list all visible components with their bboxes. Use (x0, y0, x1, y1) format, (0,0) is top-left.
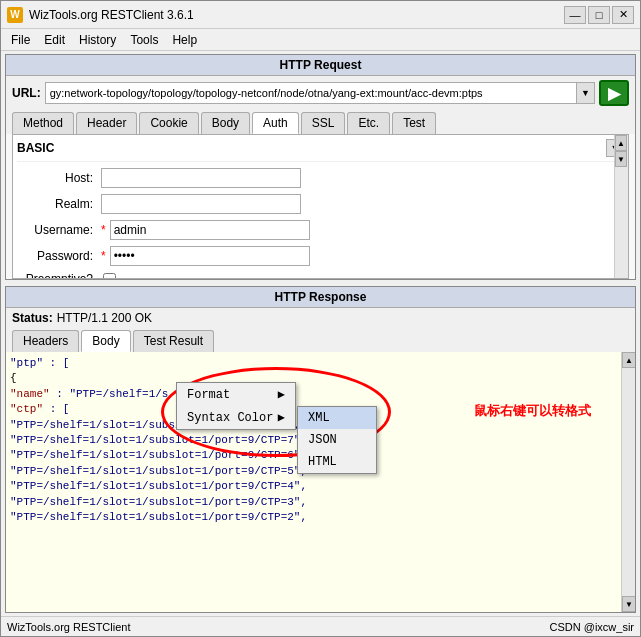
submenu-html[interactable]: HTML (298, 451, 376, 473)
bottom-status-bar: WizTools.org RESTClient CSDN @ixcw_sir (1, 616, 640, 636)
status-left: WizTools.org RESTClient (7, 621, 130, 633)
tab-body[interactable]: Body (201, 112, 250, 134)
submenu-json[interactable]: JSON (298, 429, 376, 451)
response-body-wrapper: "ptp" : [ { "name" : "PTP=/shelf=1/s "ct… (6, 352, 635, 612)
menu-file[interactable]: File (5, 31, 36, 49)
auth-type-bar: BASIC ▼ (17, 139, 624, 162)
realm-row: Realm: (17, 194, 624, 214)
password-row: Password: * (17, 246, 624, 266)
menu-bar: File Edit History Tools Help (1, 29, 640, 51)
submenu-xml[interactable]: XML (298, 407, 376, 429)
tab-test-result[interactable]: Test Result (133, 330, 214, 352)
response-scrollbar[interactable]: ▲ ▼ (621, 352, 635, 612)
annotation-arrow-up: ↑ (603, 51, 614, 53)
context-menu-syntax-color[interactable]: Syntax Color ▶ XML JSON HTML (177, 406, 295, 429)
tab-etc[interactable]: Etc. (347, 112, 390, 134)
status-value: HTTP/1.1 200 OK (57, 311, 152, 325)
window-title: WizTools.org RESTClient 3.6.1 (29, 8, 194, 22)
host-label: Host: (17, 171, 97, 185)
response-tabs-bar: Headers Body Test Result (6, 328, 635, 352)
main-content: HTTP Request URL: ▼ ▶ ↑ Method Header Co… (1, 51, 640, 616)
url-input[interactable] (45, 82, 577, 104)
menu-help[interactable]: Help (166, 31, 203, 49)
request-section-header: HTTP Request (6, 55, 635, 76)
response-section: HTTP Response Status: HTTP/1.1 200 OK He… (5, 286, 636, 613)
username-required: * (101, 223, 106, 237)
tab-headers[interactable]: Headers (12, 330, 79, 352)
app-icon: W (7, 7, 23, 23)
json-line-2: "name" : "PTP=/shelf=1/s (10, 387, 617, 402)
realm-input[interactable] (101, 194, 301, 214)
url-label: URL: (12, 86, 41, 100)
context-menu: Format ▶ Syntax Color ▶ XML JSON HTML (176, 382, 296, 430)
json-line-9: "PTP=/shelf=1/slot=1/subslot=1/port=9/CT… (10, 495, 617, 510)
status-bar: Status: HTTP/1.1 200 OK (6, 308, 635, 328)
tab-method[interactable]: Method (12, 112, 74, 134)
context-submenu: XML JSON HTML (297, 406, 377, 474)
url-bar: URL: ▼ ▶ ↑ (6, 76, 635, 110)
preemptive-label: Preemptive? (17, 272, 97, 279)
tab-ssl[interactable]: SSL (301, 112, 346, 134)
json-line-8: "PTP=/shelf=1/slot=1/subslot=1/port=9/CT… (10, 479, 617, 494)
minimize-button[interactable]: — (564, 6, 586, 24)
scroll-down-arrow[interactable]: ▼ (615, 151, 627, 167)
json-line-1: { (10, 371, 617, 386)
tab-test[interactable]: Test (392, 112, 436, 134)
menu-tools[interactable]: Tools (124, 31, 164, 49)
request-tabs-bar: Method Header Cookie Body Auth SSL Etc. … (6, 110, 635, 134)
app-window: W WizTools.org RESTClient 3.6.1 — □ ✕ Fi… (0, 0, 641, 637)
go-icon: ▶ (608, 84, 620, 103)
host-input[interactable] (101, 168, 301, 188)
maximize-button[interactable]: □ (588, 6, 610, 24)
username-input[interactable] (110, 220, 310, 240)
tab-cookie[interactable]: Cookie (139, 112, 198, 134)
auth-type-label: BASIC (17, 141, 54, 155)
preemptive-row: Preemptive? (17, 272, 624, 279)
annotation-text: 鼠标右键可以转格式 (474, 402, 591, 420)
username-row: Username: * (17, 220, 624, 240)
url-dropdown-button[interactable]: ▼ (577, 82, 595, 104)
resp-scroll-down[interactable]: ▼ (622, 596, 635, 612)
username-label: Username: (17, 223, 97, 237)
title-bar-left: W WizTools.org RESTClient 3.6.1 (7, 7, 194, 23)
close-button[interactable]: ✕ (612, 6, 634, 24)
host-row: Host: (17, 168, 624, 188)
request-scrollbar[interactable]: ▲ ▼ (614, 135, 628, 278)
tab-header[interactable]: Header (76, 112, 137, 134)
menu-edit[interactable]: Edit (38, 31, 71, 49)
password-required: * (101, 249, 106, 263)
tab-body[interactable]: Body (81, 330, 130, 352)
realm-label: Realm: (17, 197, 97, 211)
resp-scroll-up[interactable]: ▲ (622, 352, 635, 368)
window-controls: — □ ✕ (564, 6, 634, 24)
response-section-header: HTTP Response (6, 287, 635, 308)
password-input[interactable] (110, 246, 310, 266)
go-button[interactable]: ▶ ↑ (599, 80, 629, 106)
password-label: Password: (17, 249, 97, 263)
tab-auth[interactable]: Auth (252, 112, 299, 134)
response-body-content[interactable]: "ptp" : [ { "name" : "PTP=/shelf=1/s "ct… (6, 352, 621, 612)
title-bar: W WizTools.org RESTClient 3.6.1 — □ ✕ (1, 1, 640, 29)
scroll-up-arrow[interactable]: ▲ (615, 135, 627, 151)
auth-panel: BASIC ▼ Host: Realm: Username: * (12, 134, 629, 279)
context-menu-format[interactable]: Format ▶ (177, 383, 295, 406)
preemptive-checkbox[interactable] (103, 273, 116, 280)
status-right: CSDN @ixcw_sir (549, 621, 634, 633)
url-input-wrapper: ▼ (45, 82, 595, 104)
status-label: Status: (12, 311, 53, 325)
request-section: HTTP Request URL: ▼ ▶ ↑ Method Header Co… (5, 54, 636, 280)
json-line-0: "ptp" : [ (10, 356, 617, 371)
json-line-10: "PTP=/shelf=1/slot=1/subslot=1/port=9/CT… (10, 510, 617, 525)
menu-history[interactable]: History (73, 31, 122, 49)
